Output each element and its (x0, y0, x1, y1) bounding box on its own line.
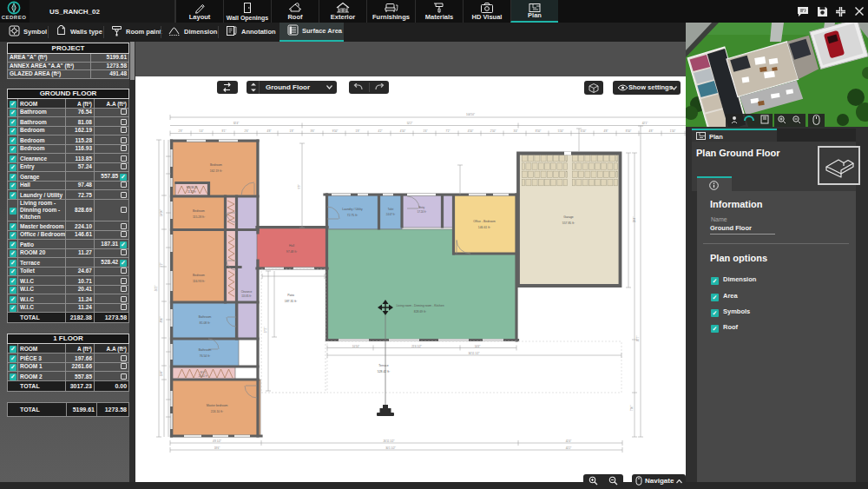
svg-text:56'2": 56'2" (155, 286, 158, 292)
svg-text:7'10": 7'10" (630, 406, 634, 412)
svg-text:57.24 ft²: 57.24 ft² (418, 210, 426, 214)
svg-text:32'4": 32'4" (233, 122, 240, 125)
svg-text:27'2": 27'2" (264, 327, 267, 334)
svg-text:13'4": 13'4" (160, 371, 163, 377)
svg-text:Bedroom: Bedroom (193, 209, 205, 213)
svg-text:26'11 1/2": 26'11 1/2" (383, 439, 394, 443)
svg-text:828.69 ft²: 828.69 ft² (414, 310, 427, 314)
svg-text:Clearance: Clearance (241, 290, 253, 294)
svg-text:8'10": 8'10" (626, 129, 632, 133)
svg-text:2'8": 2'8" (179, 129, 183, 133)
svg-text:14'4": 14'4" (475, 345, 481, 348)
svg-text:72.75 ft²: 72.75 ft² (347, 214, 358, 217)
svg-text:Master bedroom: Master bedroom (207, 404, 228, 407)
svg-text:8'1": 8'1" (222, 129, 227, 133)
svg-text:4'2": 4'2" (378, 129, 383, 133)
svg-text:9'9": 9'9" (298, 185, 301, 189)
svg-text:9'10": 9'10" (332, 129, 339, 133)
svg-text:4'10": 4'10" (468, 129, 474, 133)
svg-text:557.85 ft²: 557.85 ft² (562, 221, 575, 225)
svg-text:97.48 ft²: 97.48 ft² (286, 250, 298, 254)
svg-text:4'8": 4'8" (267, 129, 272, 133)
svg-text:113.85 ft²: 113.85 ft² (241, 294, 252, 298)
svg-text:Living room - Dinning room - K: Living room - Dinning room - Kitchen (396, 304, 444, 307)
svg-text:ROOM 20: ROOM 20 (187, 186, 198, 189)
svg-text:162.19 ft²: 162.19 ft² (210, 169, 223, 173)
svg-text:76.54 ft²: 76.54 ft² (200, 354, 211, 358)
svg-text:Toilet: Toilet (388, 208, 394, 211)
svg-text:42'4": 42'4" (566, 439, 572, 443)
svg-text:42'2": 42'2" (566, 446, 572, 450)
svg-text:36'7": 36'7" (636, 336, 640, 342)
svg-text:11.27 ft²: 11.27 ft² (187, 190, 196, 194)
svg-text:115.28 ft²: 115.28 ft² (193, 215, 206, 219)
svg-text:14'10": 14'10" (160, 209, 163, 216)
svg-text:20.41 ft²: 20.41 ft² (199, 374, 207, 378)
svg-text:2'6": 2'6" (245, 129, 249, 133)
svg-text:Terrace: Terrace (378, 364, 388, 367)
svg-text:2'10": 2'10" (490, 129, 496, 133)
svg-text:4'10": 4'10" (400, 129, 406, 133)
svg-text:187.31 ft²: 187.31 ft² (285, 300, 298, 303)
svg-text:28'4": 28'4" (633, 217, 636, 223)
svg-text:21'6 1/2": 21'6 1/2" (411, 345, 422, 348)
svg-text:1'8": 1'8" (356, 129, 360, 133)
svg-text:52'2": 52'2" (407, 122, 413, 125)
svg-text:4'8 1/2": 4'8 1/2" (213, 439, 221, 443)
svg-text:8'10": 8'10" (536, 129, 542, 133)
svg-text:4'8": 4'8" (604, 129, 608, 133)
svg-text:104'10": 104'10" (466, 113, 475, 116)
svg-text:Bathroom: Bathroom (199, 315, 212, 319)
svg-text:116.93 ft²: 116.93 ft² (193, 280, 206, 283)
svg-text:7'2": 7'2" (446, 129, 450, 133)
svg-text:528.42 ft²: 528.42 ft² (378, 370, 391, 373)
svg-text:8'10": 8'10" (160, 317, 163, 323)
svg-text:9'2": 9'2" (160, 263, 163, 268)
svg-text:18'6": 18'6" (214, 446, 220, 450)
svg-text:5'4": 5'4" (200, 129, 204, 133)
svg-text:30'1 1/2": 30'1 1/2" (385, 446, 396, 450)
svg-text:Hall: Hall (289, 244, 294, 248)
svg-text:3'4": 3'4" (514, 129, 518, 133)
svg-text:146.61 ft²: 146.61 ft² (478, 226, 491, 229)
svg-text:5'10": 5'10" (558, 129, 564, 133)
svg-text:Bathroom: Bathroom (199, 348, 212, 352)
svg-text:10'10": 10'10" (352, 345, 359, 348)
svg-text:4'8": 4'8" (649, 129, 654, 133)
svg-text:Entry: Entry (419, 206, 425, 209)
svg-text:6'10": 6'10" (581, 129, 587, 133)
svg-text:3'6": 3'6" (311, 129, 315, 133)
svg-text:Bedroom: Bedroom (210, 163, 222, 167)
svg-text:34'11 1/2": 34'11 1/2" (468, 352, 479, 355)
svg-text:24.67 ft²: 24.67 ft² (386, 213, 395, 216)
svg-text:Office - Bedroom: Office - Bedroom (473, 220, 496, 223)
svg-text:Garage: Garage (563, 215, 573, 219)
svg-text:Laundry / Utility: Laundry / Utility (342, 208, 363, 211)
svg-text:1'10": 1'10" (670, 129, 676, 133)
svg-text:1'8": 1'8" (290, 129, 294, 133)
svg-text:Bedroom: Bedroom (193, 274, 205, 277)
svg-text:81.08 ft²: 81.08 ft² (200, 321, 211, 325)
svg-text:224.10 ft²: 224.10 ft² (211, 410, 224, 413)
svg-text:1'6": 1'6" (424, 129, 428, 133)
svg-text:Patio: Patio (287, 294, 294, 297)
svg-text:42'1": 42'1" (642, 122, 648, 125)
